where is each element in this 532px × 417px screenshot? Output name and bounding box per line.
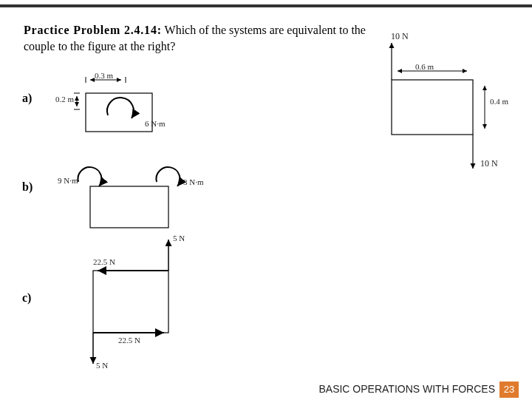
ref-force-top-label: 10 N bbox=[391, 31, 409, 42]
part-label-c: c) bbox=[22, 291, 31, 305]
a-dim-w: 0.3 m bbox=[95, 71, 113, 80]
c-force-left: 5 N bbox=[96, 361, 108, 370]
b-m2: 3 N·m bbox=[183, 177, 204, 186]
page: Practice Problem 2.4.14: Which of the sy… bbox=[0, 0, 532, 417]
c-force-top: 22.5 N bbox=[93, 257, 115, 266]
top-black-bar bbox=[0, 4, 532, 7]
svg-rect-13 bbox=[93, 271, 168, 333]
question-text: Practice Problem 2.4.14: Which of the sy… bbox=[24, 22, 377, 54]
ref-dim-w-label: 0.6 m bbox=[415, 62, 434, 71]
figure-a bbox=[68, 72, 179, 146]
a-dim-h: 0.2 m bbox=[55, 95, 74, 104]
figure-b bbox=[81, 164, 207, 234]
svg-rect-0 bbox=[392, 80, 473, 135]
ref-figure bbox=[384, 58, 510, 169]
figure-c bbox=[81, 237, 207, 370]
b-m1: 9 N·m bbox=[58, 176, 78, 185]
part-label-b: b) bbox=[22, 180, 33, 194]
ref-dim-h-label: 0.4 m bbox=[490, 97, 508, 106]
a-moment: 6 N·m bbox=[145, 119, 166, 128]
ref-force-right-label: 10 N bbox=[480, 158, 498, 169]
footer-chapter-title: BASIC OPERATIONS WITH FORCES bbox=[318, 383, 495, 395]
footer-page-number: 23 bbox=[499, 382, 519, 398]
problem-number: Practice Problem 2.4.14: bbox=[24, 24, 162, 36]
part-label-a: a) bbox=[22, 92, 32, 105]
svg-rect-5 bbox=[86, 93, 152, 132]
c-force-right: 5 N bbox=[173, 234, 185, 243]
c-force-bot: 22.5 N bbox=[118, 336, 140, 345]
svg-rect-12 bbox=[90, 186, 168, 228]
